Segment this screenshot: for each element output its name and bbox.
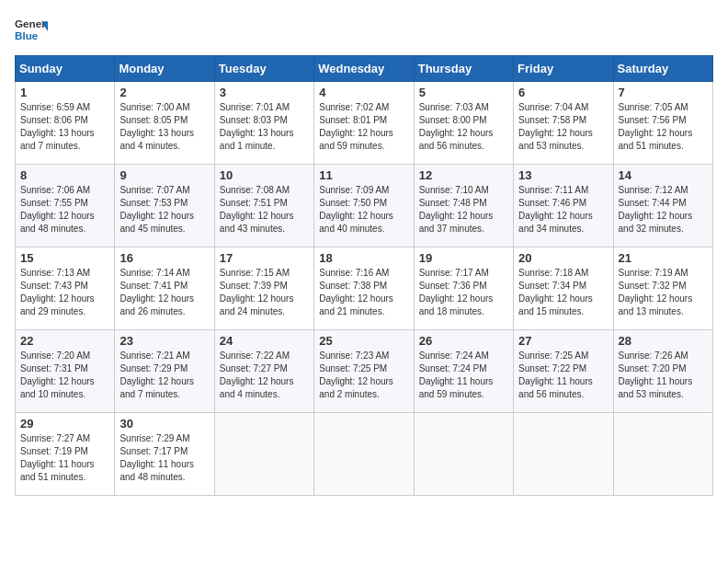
sunrise: Sunrise: 7:12 AM: [619, 185, 688, 195]
day-number: 4: [319, 86, 408, 99]
sunset: Sunset: 7:19 PM: [20, 446, 88, 456]
sunset: Sunset: 7:32 PM: [619, 281, 687, 291]
daylight: Daylight: 12 hours and 7 minutes.: [119, 376, 194, 399]
daylight: Daylight: 11 hours and 56 minutes.: [518, 376, 593, 399]
day-number: 28: [619, 334, 708, 348]
sunset: Sunset: 7:50 PM: [319, 198, 387, 208]
cell-content: Sunrise: 7:12 AM Sunset: 7:44 PM Dayligh…: [619, 184, 708, 236]
day-number: 5: [419, 86, 508, 99]
calendar-cell: 9 Sunrise: 7:07 AM Sunset: 7:53 PM Dayli…: [115, 165, 214, 247]
cell-content: Sunrise: 7:19 AM Sunset: 7:32 PM Dayligh…: [619, 267, 708, 318]
day-number: 9: [119, 168, 209, 182]
sunset: Sunset: 7:44 PM: [619, 198, 687, 208]
daylight: Daylight: 12 hours and 15 minutes.: [518, 293, 593, 316]
sunset: Sunset: 7:53 PM: [119, 198, 188, 208]
day-number: 12: [419, 168, 508, 182]
sunrise: Sunrise: 7:18 AM: [518, 268, 588, 278]
sunrise: Sunrise: 7:15 AM: [220, 268, 290, 278]
sunrise: Sunrise: 7:17 AM: [419, 268, 489, 278]
day-number: 19: [419, 251, 508, 265]
cell-content: Sunrise: 7:11 AM Sunset: 7:46 PM Dayligh…: [518, 184, 608, 236]
day-number: 26: [419, 334, 508, 348]
cell-content: Sunrise: 7:23 AM Sunset: 7:25 PM Dayligh…: [319, 350, 408, 401]
daylight: Daylight: 12 hours and 34 minutes.: [518, 211, 593, 234]
sunrise: Sunrise: 7:02 AM: [319, 102, 389, 112]
calendar-cell: 7 Sunrise: 7:05 AM Sunset: 7:56 PM Dayli…: [613, 82, 712, 165]
calendar-cell: 20 Sunrise: 7:18 AM Sunset: 7:34 PM Dayl…: [514, 247, 613, 330]
sunrise: Sunrise: 7:26 AM: [619, 350, 688, 361]
day-number: 16: [119, 251, 209, 265]
cell-content: Sunrise: 7:17 AM Sunset: 7:36 PM Dayligh…: [419, 267, 508, 318]
day-number: 21: [619, 251, 708, 265]
sunset: Sunset: 7:29 PM: [119, 363, 188, 373]
cell-content: Sunrise: 7:10 AM Sunset: 7:48 PM Dayligh…: [419, 184, 508, 236]
day-number: 15: [20, 251, 109, 265]
day-number: 3: [220, 86, 309, 99]
calendar-cell: 8 Sunrise: 7:06 AM Sunset: 7:55 PM Dayli…: [16, 165, 115, 247]
sunrise: Sunrise: 7:23 AM: [319, 350, 389, 361]
day-number: 13: [518, 168, 608, 182]
header-day-sunday: Sunday: [16, 56, 115, 82]
sunset: Sunset: 7:22 PM: [518, 363, 586, 373]
calendar-cell: [613, 413, 712, 496]
sunrise: Sunrise: 7:13 AM: [20, 268, 90, 278]
sunset: Sunset: 8:01 PM: [319, 115, 387, 125]
calendar-cell: 22 Sunrise: 7:20 AM Sunset: 7:31 PM Dayl…: [16, 330, 115, 413]
sunrise: Sunrise: 7:10 AM: [419, 185, 489, 195]
calendar-cell: 5 Sunrise: 7:03 AM Sunset: 8:00 PM Dayli…: [414, 82, 513, 165]
sunrise: Sunrise: 7:07 AM: [119, 185, 189, 195]
svg-text:Blue: Blue: [15, 29, 39, 41]
sunset: Sunset: 7:51 PM: [220, 198, 288, 208]
calendar-body: 1 Sunrise: 6:59 AM Sunset: 8:06 PM Dayli…: [16, 82, 713, 496]
calendar-cell: 30 Sunrise: 7:29 AM Sunset: 7:17 PM Dayl…: [115, 413, 214, 496]
sunrise: Sunrise: 7:22 AM: [220, 350, 290, 361]
sunset: Sunset: 7:39 PM: [220, 281, 288, 291]
sunset: Sunset: 7:36 PM: [419, 281, 487, 291]
calendar-cell: [214, 413, 313, 496]
sunrise: Sunrise: 7:16 AM: [319, 268, 389, 278]
sunrise: Sunrise: 7:24 AM: [419, 350, 489, 361]
day-number: 11: [319, 168, 408, 182]
sunset: Sunset: 8:05 PM: [119, 115, 188, 125]
day-number: 17: [220, 251, 309, 265]
calendar-cell: 1 Sunrise: 6:59 AM Sunset: 8:06 PM Dayli…: [16, 82, 115, 165]
daylight: Daylight: 12 hours and 48 minutes.: [20, 211, 95, 234]
day-number: 6: [518, 86, 608, 99]
sunrise: Sunrise: 7:08 AM: [220, 185, 290, 195]
cell-content: Sunrise: 7:08 AM Sunset: 7:51 PM Dayligh…: [220, 184, 309, 236]
sunrise: Sunrise: 7:14 AM: [119, 268, 189, 278]
day-number: 30: [119, 417, 209, 431]
daylight: Daylight: 11 hours and 59 minutes.: [419, 376, 494, 399]
calendar-week-1: 1 Sunrise: 6:59 AM Sunset: 8:06 PM Dayli…: [16, 82, 713, 165]
sunrise: Sunrise: 7:21 AM: [119, 350, 189, 361]
calendar-cell: 14 Sunrise: 7:12 AM Sunset: 7:44 PM Dayl…: [613, 165, 712, 247]
cell-content: Sunrise: 7:14 AM Sunset: 7:41 PM Dayligh…: [119, 267, 209, 318]
calendar-week-4: 22 Sunrise: 7:20 AM Sunset: 7:31 PM Dayl…: [16, 330, 713, 413]
daylight: Daylight: 12 hours and 13 minutes.: [619, 293, 693, 316]
calendar-cell: 6 Sunrise: 7:04 AM Sunset: 7:58 PM Dayli…: [514, 82, 613, 165]
logo: General Blue: [15, 15, 48, 48]
sunset: Sunset: 7:48 PM: [419, 198, 487, 208]
calendar-cell: 4 Sunrise: 7:02 AM Sunset: 8:01 PM Dayli…: [314, 82, 414, 165]
daylight: Daylight: 12 hours and 51 minutes.: [619, 128, 693, 151]
sunrise: Sunrise: 7:06 AM: [20, 185, 90, 195]
sunrise: Sunrise: 7:20 AM: [20, 350, 90, 361]
daylight: Daylight: 12 hours and 37 minutes.: [419, 211, 494, 234]
sunrise: Sunrise: 7:27 AM: [20, 433, 90, 443]
calendar-cell: 25 Sunrise: 7:23 AM Sunset: 7:25 PM Dayl…: [314, 330, 414, 413]
sunrise: Sunrise: 7:03 AM: [419, 102, 489, 112]
calendar-week-2: 8 Sunrise: 7:06 AM Sunset: 7:55 PM Dayli…: [16, 165, 713, 247]
sunrise: Sunrise: 7:04 AM: [518, 102, 588, 112]
calendar-cell: 16 Sunrise: 7:14 AM Sunset: 7:41 PM Dayl…: [115, 247, 214, 330]
daylight: Daylight: 12 hours and 40 minutes.: [319, 211, 393, 234]
sunset: Sunset: 7:43 PM: [20, 281, 88, 291]
calendar-cell: 27 Sunrise: 7:25 AM Sunset: 7:22 PM Dayl…: [514, 330, 613, 413]
day-number: 1: [20, 86, 109, 99]
day-number: 24: [220, 334, 309, 348]
sunset: Sunset: 7:41 PM: [119, 281, 188, 291]
day-number: 29: [20, 417, 109, 431]
cell-content: Sunrise: 7:24 AM Sunset: 7:24 PM Dayligh…: [419, 350, 508, 401]
sunset: Sunset: 7:27 PM: [220, 363, 288, 373]
cell-content: Sunrise: 7:02 AM Sunset: 8:01 PM Dayligh…: [319, 101, 408, 153]
day-number: 7: [619, 86, 708, 99]
